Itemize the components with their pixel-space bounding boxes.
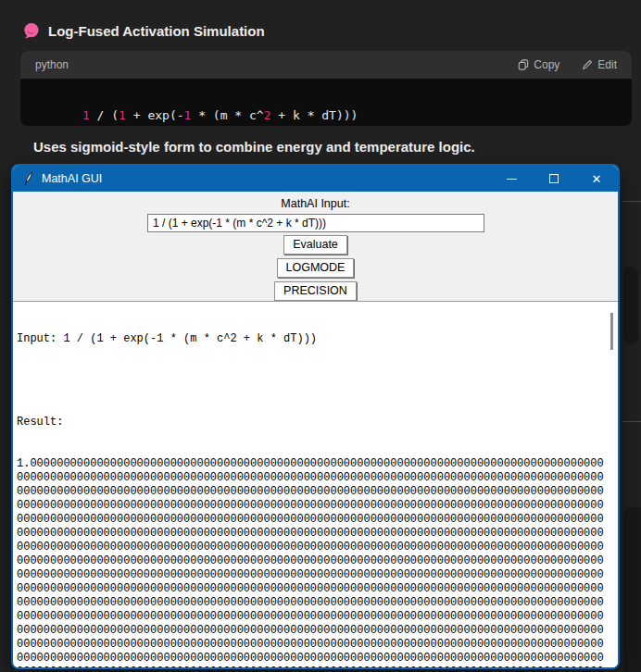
tk-feather-icon (22, 171, 34, 186)
precision-button[interactable]: PRECISION (274, 281, 357, 301)
pink-speech-balloon-icon (22, 22, 40, 40)
background-scrollbar-thumb[interactable] (623, 267, 638, 344)
code-language-label: python (35, 58, 69, 71)
minimize-button[interactable] (490, 166, 533, 192)
minimize-icon (507, 179, 517, 180)
output-result-label: Result: (17, 416, 604, 429)
output-input-line: Input: 1 / (1 + exp(-1 * (m * c^2 + k * … (17, 332, 604, 346)
window-controls: ✕ (490, 166, 618, 192)
edit-button[interactable]: Edit (582, 58, 617, 71)
button-stack: Evaluate LOGMODE PRECISION (13, 235, 618, 301)
output-scrollbar[interactable] (606, 302, 618, 667)
math-input[interactable] (147, 214, 484, 232)
evaluate-button[interactable]: Evaluate (283, 235, 347, 255)
output-blank-line (17, 374, 604, 388)
titlebar[interactable]: MathAI GUI ✕ (13, 166, 618, 192)
output-result-value: 1.00000000000000000000000000000000000000… (17, 457, 604, 667)
background-card-edge (623, 507, 641, 672)
background-divider (622, 201, 641, 202)
logmode-button[interactable]: LOGMODE (277, 258, 355, 278)
close-icon: ✕ (592, 173, 602, 185)
output-area[interactable]: Input: 1 / (1 + exp(-1 * (m * c^2 + k * … (13, 301, 618, 667)
code-block: python Copy Edit 1 / (1 + exp(- (20, 51, 632, 126)
code-actions: Copy Edit (518, 58, 617, 71)
code-body: 1 / (1 + exp(-1 * (m * c^2 + k * dT))) (20, 79, 632, 126)
edit-icon (582, 59, 593, 70)
mathai-window: MathAI GUI ✕ MathAI Input: Evaluate LOGM… (11, 164, 620, 669)
input-label: MathAI Input: (13, 197, 618, 210)
window-content: MathAI Input: Evaluate LOGMODE PRECISION… (13, 192, 618, 667)
output-scrollbar-thumb[interactable] (610, 313, 613, 350)
copy-icon (518, 59, 529, 70)
maximize-icon (549, 174, 559, 183)
chat-caption: Uses sigmoid-style form to combine energ… (33, 139, 475, 155)
code-block-header: python Copy Edit (20, 51, 632, 79)
copy-button[interactable]: Copy (518, 58, 559, 71)
maximize-button[interactable] (533, 166, 575, 192)
window-title: MathAI GUI (42, 172, 102, 185)
code-line: 1 / (1 + exp(-1 * (m * c^2 + k * dT))) (82, 108, 358, 122)
close-button[interactable]: ✕ (575, 166, 618, 192)
output-text: Input: 1 / (1 + exp(-1 * (m * c^2 + k * … (13, 302, 606, 667)
page-title: Log-Fused Activation Simulation (48, 23, 265, 39)
background-divider (622, 421, 641, 422)
chat-heading: Log-Fused Activation Simulation (22, 22, 265, 40)
screen: Log-Fused Activation Simulation python C… (0, 0, 641, 672)
